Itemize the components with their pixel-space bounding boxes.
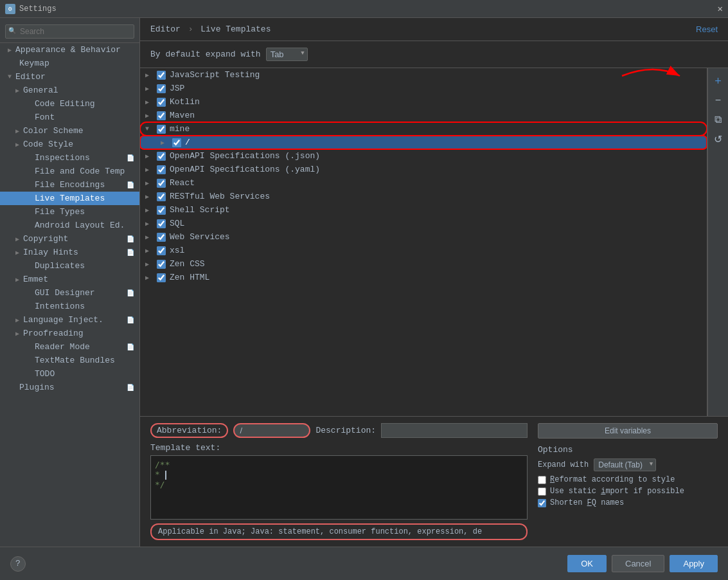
sidebar-item-font[interactable]: Font [0,111,139,124]
copy-template-button[interactable]: ⧉ [711,112,726,127]
chevron-right-icon: ▶ [15,249,19,257]
sidebar-item-appearance[interactable]: ▶ Appearance & Behavior [0,43,139,57]
group-label: Zen CSS [170,259,205,269]
template-group-restful[interactable]: ▶ RESTful Web Services [140,190,707,203]
template-group-jsp[interactable]: ▶ JSP [140,82,707,95]
applicable-in-row[interactable]: Applicable in Java; Java: statement, con… [150,523,528,540]
group-checkbox-restful[interactable] [157,192,166,201]
template-group-maven[interactable]: ▶ Maven [140,109,707,122]
sidebar-item-todo[interactable]: TODO [0,367,139,381]
sidebar-item-inspections[interactable]: Inspections 📄 [0,151,139,165]
group-checkbox-javascript-testing[interactable] [157,71,166,80]
sidebar-item-live-templates[interactable]: Live Templates [0,192,139,205]
template-group-web-services[interactable]: ▶ Web Services [140,230,707,244]
add-template-button[interactable]: + [711,73,726,89]
sidebar-item-label: File Encodings [35,180,105,190]
abbreviation-label: Abbreviation: [150,423,228,438]
sidebar-item-inlay-hints[interactable]: ▶ Inlay Hints 📄 [0,246,139,259]
sidebar-item-file-code-templates[interactable]: File and Code Temp [0,165,139,178]
sidebar-item-gui-designer[interactable]: GUI Designer 📄 [0,286,139,300]
sidebar-item-color-scheme[interactable]: ▶ Color Scheme [0,124,139,138]
chevron-right-icon: ▶ [15,127,19,135]
sidebar-item-android-layout[interactable]: Android Layout Ed. [0,219,139,232]
group-checkbox-kotlin[interactable] [157,98,166,107]
template-group-sql[interactable]: ▶ SQL [140,217,707,230]
expand-with-option-select[interactable]: Default (Tab) Tab Enter Space [594,458,656,471]
edit-variables-button[interactable]: Edit variables [538,423,718,439]
help-button[interactable]: ? [10,556,26,572]
sidebar-item-file-encodings[interactable]: File Encodings 📄 [0,178,139,192]
sidebar-item-language-inject[interactable]: ▶ Language Inject. 📄 [0,313,139,327]
group-checkbox-mine[interactable] [157,125,166,134]
template-group-shell-script[interactable]: ▶ Shell Script [140,203,707,217]
remove-template-button[interactable]: − [711,93,726,108]
sidebar-item-general[interactable]: ▶ General [0,84,139,97]
group-checkbox-zen-css[interactable] [157,260,166,269]
chevron-down-icon: ▼ [8,73,12,80]
chevron-right-icon: ▶ [145,71,153,79]
chevron-right-icon: ▶ [145,112,153,120]
chevron-right-icon: ▶ [15,330,19,338]
template-group-openapi-json[interactable]: ▶ OpenAPI Specifications (.json) [140,149,707,163]
group-checkbox-shell-script[interactable] [157,206,166,215]
template-group-mine[interactable]: ▼ mine [140,122,707,136]
sidebar-item-emmet[interactable]: ▶ Emmet [0,273,139,286]
template-group-zen-css[interactable]: ▶ Zen CSS [140,257,707,271]
group-checkbox-react[interactable] [157,179,166,188]
close-button[interactable]: ✕ [718,3,723,14]
cancel-button[interactable]: Cancel [612,555,664,572]
sidebar-item-reader-mode[interactable]: Reader Mode 📄 [0,340,139,354]
reset-button[interactable]: Reset [696,24,718,34]
sidebar-item-intentions[interactable]: Intentions [0,300,139,313]
sidebar-item-copyright[interactable]: ▶ Copyright 📄 [0,232,139,246]
breadcrumb-sep: › [188,24,193,34]
ok-button[interactable]: OK [567,555,607,572]
sidebar-item-label: Duplicates [35,261,85,271]
template-group-xsl[interactable]: ▶ xsl [140,244,707,257]
template-group-openapi-yaml[interactable]: ▶ OpenAPI Specifications (.yaml) [140,163,707,176]
sidebar-item-duplicates[interactable]: Duplicates [0,259,139,273]
search-input[interactable] [5,24,134,39]
sidebar-item-file-types[interactable]: File Types [0,205,139,219]
template-group-react[interactable]: ▶ React [140,176,707,190]
group-checkbox-maven[interactable] [157,111,166,120]
apply-button[interactable]: Apply [670,555,718,572]
group-checkbox-jsp[interactable] [157,84,166,93]
badge-icon: 📄 [127,235,134,243]
sidebar-item-proofreading[interactable]: ▶ Proofreading [0,327,139,340]
sidebar-item-keymap[interactable]: Keymap [0,57,139,70]
group-checkbox-openapi-yaml[interactable] [157,165,166,174]
group-checkbox-xsl[interactable] [157,246,166,255]
description-input[interactable] [381,423,528,438]
undo-template-button[interactable]: ↺ [711,131,726,147]
template-group-kotlin[interactable]: ▶ Kotlin [140,95,707,109]
group-checkbox-sql[interactable] [157,219,166,228]
reformat-checkbox[interactable] [538,476,546,484]
shorten-fq-checkbox[interactable] [538,499,546,507]
titlebar-title: Settings [19,5,57,14]
breadcrumb: Editor › Live Templates [150,24,271,34]
description-label: Description: [315,426,376,435]
badge-icon: 📄 [127,181,134,189]
chevron-right-icon: ▶ [15,235,19,243]
sidebar-item-code-style[interactable]: ▶ Code Style [0,138,139,151]
expand-with-select[interactable]: Tab Enter Space [266,48,308,61]
template-editor[interactable]: /** * */ [150,455,528,520]
template-text-label: Template text: [150,443,528,453]
group-checkbox-web-services[interactable] [157,233,166,242]
template-item-slash[interactable]: ▶ / [140,136,707,149]
item-checkbox-slash[interactable] [172,138,181,147]
sidebar-item-textmate[interactable]: TextMate Bundles [0,354,139,367]
template-group-javascript-testing[interactable]: ▶ JavaScript Testing [140,68,707,82]
sidebar-item-code-editing[interactable]: Code Editing [0,97,139,111]
group-label: Web Services [170,232,230,242]
sidebar-item-editor[interactable]: ▼ Editor [0,70,139,84]
sidebar-item-label: Android Layout Ed. [35,221,125,230]
sidebar-item-plugins[interactable]: Plugins 📄 [0,381,139,394]
template-group-zen-html[interactable]: ▶ Zen HTML [140,271,707,284]
abbreviation-input[interactable] [233,423,310,438]
static-import-checkbox[interactable] [538,487,546,496]
shorten-fq-checkbox-row: Shorten FQ names [538,498,718,507]
group-checkbox-zen-html[interactable] [157,273,166,282]
group-checkbox-openapi-json[interactable] [157,152,166,161]
